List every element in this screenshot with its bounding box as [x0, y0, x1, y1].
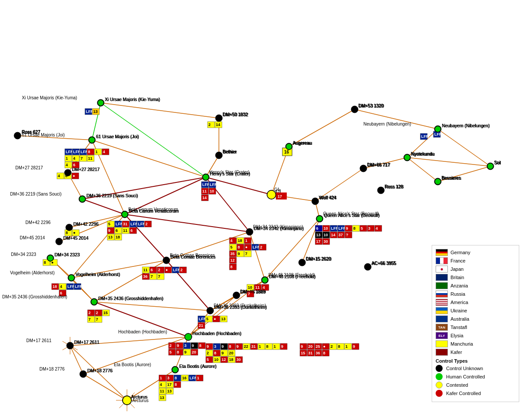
legend-flag-item: Australia: [436, 315, 515, 322]
legend-control-item: Control Unknown: [436, 365, 515, 372]
legend-flag-item: ELYElysia: [436, 332, 515, 339]
legend-flag-item: France: [436, 257, 515, 264]
legend-flag-item: Kafer: [436, 349, 515, 356]
legend-control-item: Kafer Controlled: [436, 390, 515, 397]
legend-flag-item: Manchuria: [436, 340, 515, 347]
legend: GermanyFranceJapanBritainAnzaniaRussiaAm…: [432, 245, 519, 402]
legend-control-title: Control Types: [436, 358, 515, 364]
legend-flag-item: Japan: [436, 266, 515, 273]
legend-flag-item: Britain: [436, 274, 515, 281]
legend-flag-item: Russia: [436, 290, 515, 298]
legend-flag-item: Anzania: [436, 282, 515, 289]
legend-flag-item: Germany: [436, 249, 515, 256]
legend-control-item: Contested: [436, 382, 515, 388]
legend-control-item: Human Controlled: [436, 373, 515, 380]
legend-flag-item: America: [436, 299, 515, 306]
legend-flag-item: Ukraine: [436, 307, 515, 314]
legend-flag-item: TANTanstafl: [436, 324, 515, 331]
